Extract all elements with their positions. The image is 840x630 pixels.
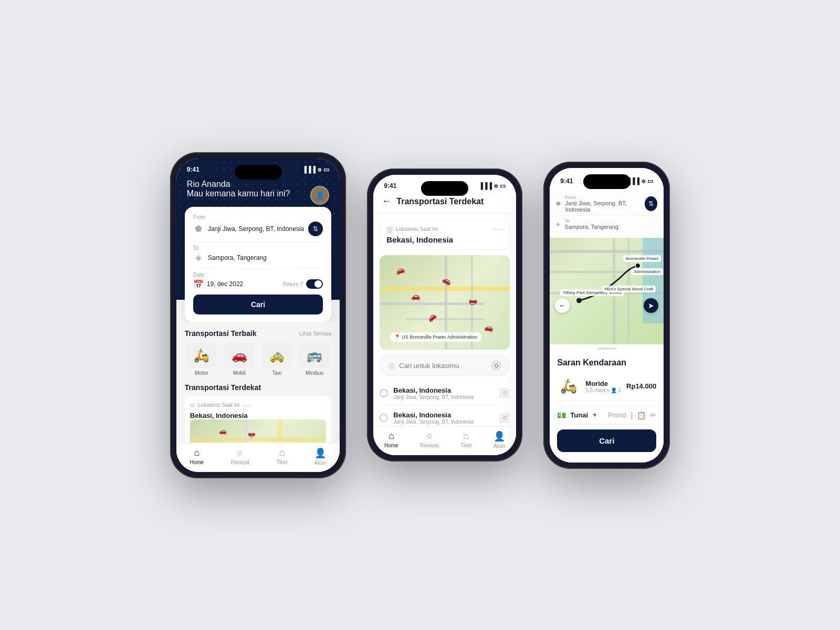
nav-riwayat-1[interactable]: ○ Riwayat xyxy=(230,447,249,466)
from-field: From ⬟ Janji Jiwa, Serpong, BT, Indonesi… xyxy=(193,214,323,236)
bottom-nav-2: ⌂ Home ○ Riwayat ⌂ Tiket 👤 Akun xyxy=(373,426,516,455)
to-dot-icon: ◈ xyxy=(556,221,560,227)
home-icon-2: ⌂ xyxy=(388,430,394,442)
riwayat-icon-1: ○ xyxy=(237,447,243,458)
status-icons-2: ▐▐▐ ⌾ ▭ xyxy=(479,182,506,190)
transport-minibus[interactable]: 🚌 Minibus xyxy=(298,343,331,376)
from-icon: ⬟ xyxy=(193,224,204,234)
search-input-2[interactable] xyxy=(399,362,487,370)
map-area-2: 🚗 🚗 🚗 🚗 🚗 🚗 📍US Bonneville Power Adminis… xyxy=(380,255,510,350)
nav-tiket-2[interactable]: ⌂ Tiket xyxy=(460,430,471,449)
location-pin-icon: ◎ xyxy=(190,402,195,408)
from-value: Janji Jiwa, Serpong, BT, Indonesia xyxy=(208,225,304,233)
to-icon: ◈ xyxy=(193,253,204,263)
dynamic-island-1 xyxy=(235,165,282,180)
vehicle-moride[interactable]: 🛵 Moride 1-5 mins • 👤 1 Rp14.000 xyxy=(557,373,656,401)
signal-icon-1: ▐▐▐ xyxy=(302,166,316,173)
cari-button-1[interactable]: Cari xyxy=(193,295,323,314)
tiket-icon-1: ⌂ xyxy=(279,447,285,458)
nearby-title: Transportasi Terdekat xyxy=(185,383,331,392)
phone-3: 9:41 ▐▐▐ ⌾ ▭ xyxy=(543,162,670,469)
radio-1 xyxy=(380,389,388,397)
to-value: Sampora, Tangerang xyxy=(208,254,323,261)
route-overlay: ⬟ From Janji Jiwa, Serpong, BT, Indonesi… xyxy=(550,187,664,238)
nav-riwayat-2[interactable]: ○ Riwayat xyxy=(420,430,439,449)
nav-akun-2[interactable]: 👤 Akun xyxy=(494,430,506,449)
calendar-icon-3: | xyxy=(631,411,633,419)
voucher-icon[interactable]: 📋 xyxy=(637,411,646,419)
phone1-header: Rio Ananda Mau kemana kamu hari ini? 👤 xyxy=(176,175,340,207)
phone-2: 9:41 ▐▐▐ ⌾ ▭ ← Transportasi Terdekat xyxy=(367,169,522,461)
dynamic-island-2 xyxy=(421,181,468,196)
moride-price: Rp14.000 xyxy=(626,382,656,390)
transport-best-title: Transportasi Terbaik xyxy=(185,329,257,338)
to-field: To ◈ Sampora, Tangerang xyxy=(193,245,323,263)
location-card-2: ◎ Lokasimu Saat Ini ··· Bekasi, Indonesi… xyxy=(380,219,510,250)
more-options-1[interactable]: ··· xyxy=(243,401,252,410)
scroll-hint xyxy=(597,348,616,350)
edit-icon[interactable]: ✏ xyxy=(650,411,656,419)
search-bar-2[interactable]: ◎ ○ xyxy=(380,355,510,376)
back-button-2[interactable]: ← xyxy=(382,196,391,207)
tunai-label: Tunai xyxy=(570,411,588,419)
return-toggle[interactable] xyxy=(306,279,323,289)
greeting: Mau kemana kamu hari ini? xyxy=(187,189,329,198)
dynamic-island-3 xyxy=(583,174,631,189)
avatar-1: 👤 xyxy=(310,186,329,205)
route-from-value: Janji Jiwa, Serpong, BT, Indonesia xyxy=(565,200,640,213)
phone-1: 9:41 ▐▐▐ ⌾ ▭ Rio Ananda Mau kemana kamu … xyxy=(170,152,346,478)
time-3: 9:41 xyxy=(560,177,573,185)
more-options-2[interactable]: ··· xyxy=(494,225,503,233)
time-badge-2: ⏱ xyxy=(499,413,510,423)
location-icon-2: ◎ xyxy=(386,225,393,233)
bottom-nav-1: ⌂ Home ○ Riwayat ⌂ Tiket 👤 Akun xyxy=(176,443,340,472)
svg-point-1 xyxy=(635,263,640,268)
vehicle-section-title: Saran Kendaraan xyxy=(557,358,656,368)
taxi-icon: 🚕 xyxy=(261,343,292,368)
wifi-icon-1: ⌾ xyxy=(318,166,321,173)
transport-mobil[interactable]: 🚗 Mobil xyxy=(223,343,256,376)
search-icon-2: ◎ xyxy=(388,361,395,370)
promo-label[interactable]: Promo xyxy=(608,412,626,419)
radio-2 xyxy=(380,414,388,422)
battery-icon-1: ▭ xyxy=(323,166,329,173)
signal-icon-2: ▐▐▐ xyxy=(479,182,492,190)
cari-button-3[interactable]: Cari xyxy=(557,429,656,452)
nav-home-2[interactable]: ⌂ Home xyxy=(384,430,398,449)
location-item-1[interactable]: Bekasi, Indonesia Janji Jiwa, Serpong, B… xyxy=(380,381,510,406)
date-value: 19, dec 2022 xyxy=(207,280,243,288)
swap-button-3[interactable]: ⇅ xyxy=(645,196,657,211)
nav-tiket-1[interactable]: ⌂ Tiket xyxy=(276,447,287,466)
moride-icon: 🛵 xyxy=(557,377,580,396)
time-badge-1: ⏱ xyxy=(499,388,510,398)
nearby-label-1: Lokasimu Saat Ini xyxy=(198,402,240,408)
date-field: Date 📅 19, dec 2022 Return ? xyxy=(193,272,323,289)
svg-point-0 xyxy=(576,298,582,303)
battery-icon-2: ▭ xyxy=(500,182,506,190)
minibus-icon: 🚌 xyxy=(299,343,330,368)
battery-icon-3: ▭ xyxy=(647,177,653,185)
user-name: Rio Ananda xyxy=(187,180,329,189)
mobil-icon: 🚗 xyxy=(224,343,255,368)
calendar-icon: 📅 xyxy=(193,279,204,289)
chevron-down-icon[interactable]: ▼ xyxy=(592,412,597,418)
time-2: 9:41 xyxy=(384,182,396,190)
nearby-city-1: Bekasi, Indonesia xyxy=(190,412,326,419)
status-icons-1: ▐▐▐ ⌾ ▭ xyxy=(302,166,330,173)
home-icon-1: ⌂ xyxy=(194,447,200,458)
route-to-value: Sampora, Tangerang xyxy=(564,224,618,230)
nav-akun-1[interactable]: 👤 Akun xyxy=(314,447,327,466)
transport-motor[interactable]: 🛵 Motor xyxy=(185,343,218,376)
transport-taxi[interactable]: 🚕 Taxi xyxy=(260,343,294,376)
transport-grid: 🛵 Motor 🚗 Mobil 🚕 Taxi 🚌 xyxy=(185,343,331,376)
booking-card: From ⬟ Janji Jiwa, Serpong, BT, Indonesi… xyxy=(185,207,331,322)
riwayat-icon-2: ○ xyxy=(426,430,432,442)
return-label: Return ? xyxy=(283,281,303,287)
akun-icon-2: 👤 xyxy=(494,430,505,442)
see-all-link[interactable]: Lihat Semua xyxy=(299,330,332,337)
tiket-icon-2: ⌂ xyxy=(463,430,469,442)
nav-home-1[interactable]: ⌂ Home xyxy=(190,447,204,466)
location-label-2: Lokasimu Saat Ini xyxy=(396,226,438,232)
swap-button[interactable]: ⇅ xyxy=(308,222,323,236)
mic-icon-2: ○ xyxy=(491,361,501,370)
